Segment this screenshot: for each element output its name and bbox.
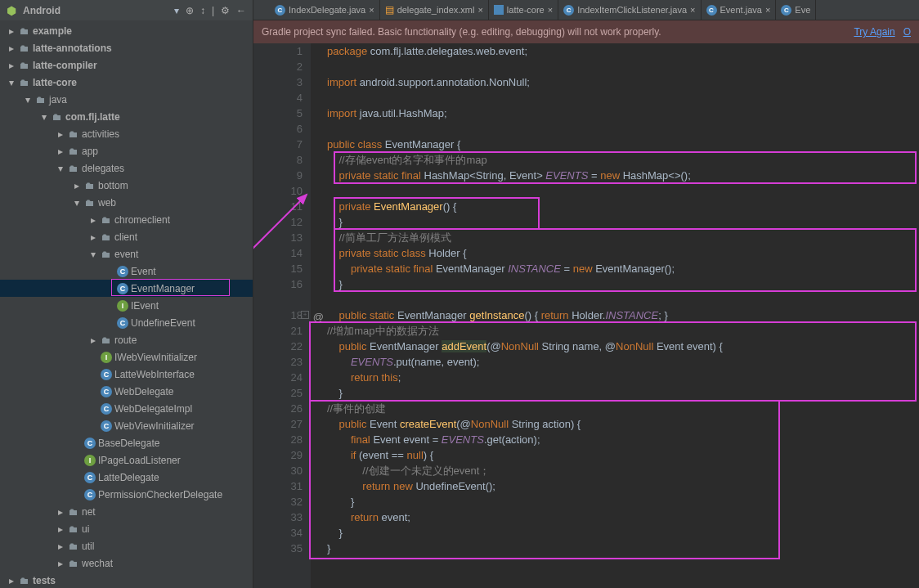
pkg-activities[interactable]: ▸🖿activities	[0, 125, 253, 142]
module-example[interactable]: ▸🖿example	[0, 22, 253, 39]
tab-indexdelegate[interactable]: CIndexDelegate.java×	[270, 0, 380, 20]
line-number: 4	[253, 90, 303, 105]
line-number: 33	[253, 509, 303, 525]
class-permissionchecker[interactable]: CPermissionCheckerDelegate	[0, 486, 253, 503]
interface-iwebviewinit[interactable]: IIWebViewInitializer	[0, 348, 253, 366]
pkg-delegates[interactable]: ▾🖿delegates	[0, 159, 253, 177]
line-number: 10	[253, 183, 303, 199]
line-number: 24	[253, 370, 303, 385]
line-number: 8	[253, 152, 303, 168]
pkg-app[interactable]: ▸🖿app	[0, 142, 253, 159]
line-number: 15	[253, 261, 303, 276]
tab-event[interactable]: CEvent.java×	[702, 0, 777, 20]
class-webdelegate[interactable]: CWebDelegate	[0, 383, 253, 400]
settings-icon[interactable]: ⚙	[221, 5, 230, 16]
line-number: 12	[253, 214, 303, 230]
pkg-util[interactable]: ▸🖿util	[0, 537, 253, 554]
line-gutter: 1 2 3 4 5 6 7 8 9 10 11 12 13 14 15 16 1…	[253, 43, 311, 588]
line-number: 32	[253, 494, 303, 509]
line-number: 13	[253, 230, 303, 245]
editor-tabs: CIndexDelegate.java× ▤delegate_index.xml…	[253, 0, 919, 20]
try-again-link[interactable]: Try Again	[854, 26, 894, 38]
tab-delegateindex-xml[interactable]: ▤delegate_index.xml×	[380, 0, 489, 20]
line-number: 31	[253, 478, 303, 494]
module-tests[interactable]: ▸🖿tests	[0, 572, 253, 588]
line-number: 7	[253, 137, 303, 152]
pkg-event[interactable]: ▾🖿event	[0, 245, 253, 263]
sidebar-title: Android	[23, 5, 168, 16]
divider-icon: |	[212, 5, 214, 16]
close-icon[interactable]: ×	[548, 5, 553, 15]
line-number: 28	[253, 432, 303, 447]
line-number: 11	[253, 199, 303, 214]
collapse-icon[interactable]: ←	[236, 5, 246, 16]
line-number: 23	[253, 354, 303, 370]
sidebar-header: ⬢ Android ▾ ⊕ ↕ | ⚙ ←	[0, 0, 253, 20]
package-root[interactable]: ▾🖿com.flj.latte	[0, 108, 253, 125]
line-number: 21	[253, 323, 303, 339]
line-number: 22	[253, 339, 303, 354]
class-lattewebinterface[interactable]: CLatteWebInterface	[0, 366, 253, 383]
pkg-client[interactable]: ▸🖿client	[0, 228, 253, 245]
close-icon[interactable]: ×	[765, 5, 770, 15]
line-number: 29	[253, 447, 303, 463]
class-webviewinitializer[interactable]: CWebViewInitializer	[0, 417, 253, 434]
line-number: 26	[253, 401, 303, 416]
pkg-net[interactable]: ▸🖿net	[0, 503, 253, 520]
line-number: 2	[253, 59, 303, 74]
target-icon[interactable]: ⊕	[186, 5, 194, 16]
pkg-wechat[interactable]: ▸🖿wechat	[0, 554, 253, 572]
sync-message: Gradle project sync failed. Basic functi…	[262, 26, 845, 38]
dropdown-icon[interactable]: ▾	[174, 5, 179, 16]
line-number: 27	[253, 416, 303, 432]
line-number: 9	[253, 168, 303, 183]
fold-icon[interactable]: +	[301, 311, 309, 319]
project-tree[interactable]: ▸🖿example ▸🖿latte-annotations ▸🖿latte-co…	[0, 20, 253, 588]
pkg-ui[interactable]: ▸🖿ui	[0, 520, 253, 537]
line-number: 34	[253, 525, 303, 541]
line-number: 5	[253, 105, 303, 121]
line-number	[253, 292, 303, 307]
interface-ipageloadlistener[interactable]: IIPageLoadListener	[0, 451, 253, 469]
class-eventmanager[interactable]: CEventManager	[0, 280, 253, 297]
pkg-web[interactable]: ▾🖿web	[0, 194, 253, 211]
gradle-sync-bar: Gradle project sync failed. Basic functi…	[253, 20, 919, 43]
line-number: 16	[253, 276, 303, 292]
close-icon[interactable]: ×	[690, 5, 695, 15]
interface-ievent[interactable]: IIEvent	[0, 297, 253, 314]
pkg-route[interactable]: ▸🖿route	[0, 331, 253, 348]
class-event[interactable]: CEvent	[0, 263, 253, 280]
open-messages-link[interactable]: O	[903, 26, 911, 38]
pkg-bottom[interactable]: ▸🖿bottom	[0, 177, 253, 194]
module-latte-annotations[interactable]: ▸🖿latte-annotations	[0, 39, 253, 56]
folder-java[interactable]: ▾🖿java	[0, 91, 253, 108]
class-undefineevent[interactable]: CUndefineEvent	[0, 314, 253, 331]
line-number: 1	[253, 43, 303, 59]
line-number: 25	[253, 385, 303, 401]
tab-indexitemclick[interactable]: CIndexItemClickListener.java×	[558, 0, 701, 20]
sort-icon[interactable]: ↕	[200, 5, 205, 16]
tab-eventmanager-partial[interactable]: CEve	[776, 0, 816, 20]
line-number: 14	[253, 245, 303, 261]
module-latte-core[interactable]: ▾🖿latte-core	[0, 74, 253, 91]
pkg-chromeclient[interactable]: ▸🖿chromeclient	[0, 211, 253, 228]
line-number: 18@+	[253, 307, 303, 323]
android-icon: ⬢	[7, 4, 16, 17]
close-icon[interactable]: ×	[477, 5, 482, 15]
line-number: 3	[253, 74, 303, 90]
class-basedelegate[interactable]: CBaseDelegate	[0, 434, 253, 451]
tab-lattecore[interactable]: latte-core×	[489, 0, 558, 20]
code-content[interactable]: package com.flj.latte.delegates.web.even…	[311, 43, 919, 588]
module-latte-compiler[interactable]: ▸🖿latte-compiler	[0, 56, 253, 74]
class-webdelegateimpl[interactable]: CWebDelegateImpl	[0, 400, 253, 417]
close-icon[interactable]: ×	[369, 5, 374, 15]
class-lattedelegate[interactable]: CLatteDelegate	[0, 469, 253, 486]
line-number: 6	[253, 121, 303, 137]
code-editor[interactable]: 1 2 3 4 5 6 7 8 9 10 11 12 13 14 15 16 1…	[253, 43, 919, 588]
line-number: 35	[253, 541, 303, 556]
line-number: 30	[253, 463, 303, 478]
project-sidebar: ⬢ Android ▾ ⊕ ↕ | ⚙ ← ▸🖿example ▸🖿latte-…	[0, 0, 253, 588]
main-area: CIndexDelegate.java× ▤delegate_index.xml…	[253, 0, 919, 588]
